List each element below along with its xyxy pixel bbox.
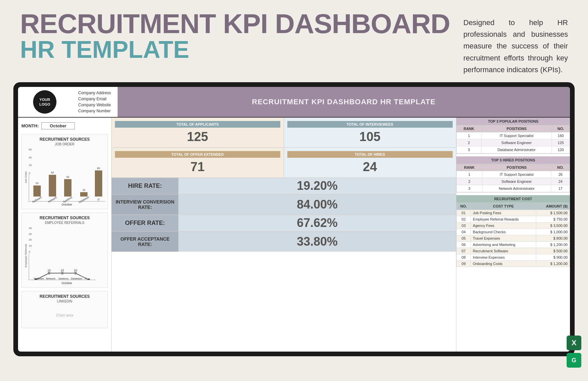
kpi-total-applicants-label: TOTAL OF APPLICANTS [115,121,280,128]
cost-col-type: COST TYPE [471,203,536,210]
col-positions-h: POSITIONS [482,164,551,171]
kpi-total-applicants: TOTAL OF APPLICANTS 125 [112,118,284,147]
svg-point-4 [88,278,90,280]
company-address: Company Address [78,91,111,95]
top-popular-positions: TOP 3 POPULAR POSITIONS RANK POSITIONS N… [456,118,570,154]
chart1-month: October [29,203,105,206]
kpi-total-offer: TOTAL OF OFFER EXTENDED 71 [112,148,284,177]
svg-point-1 [48,272,50,274]
chart2-subtitle: EMPLOYEE REFERRALS [24,221,105,225]
table-row: 06Advertising and Marketing$ 1,200.00 [457,241,570,248]
bar-database-rect [80,192,88,197]
svg-text:Systems: Systems [58,277,68,280]
kpi-interview-rate-row: INTERVIEW CONVERSION RATE: 84.00% [112,195,456,215]
bar-chart-area: 25 Software 50 Network [29,175,105,202]
kpi-total-offer-label: TOTAL OF OFFER EXTENDED [115,151,280,158]
chart-employee-referrals: RECRUITMENT SOURCES EMPLOYEE REFERRALS E… [21,213,108,288]
dashboard-body: MONTH: October RECRUITMENT SOURCES JOB O… [18,118,570,352]
cost-col-amount: AMOUNT ($) [536,203,570,210]
excel-icon[interactable]: X [567,336,581,350]
chart-linkedin: RECRUITMENT SOURCES LINKEDIN Chart area [21,291,108,328]
kpi-total-interviewees-value: 105 [287,130,453,144]
chart3-title: RECRUITMENT SOURCES [24,294,105,299]
table-row: 09Onboarding Costs$ 1,200.00 [457,260,570,267]
month-row: MONTH: October [21,121,108,131]
chart1-inner: Job Order 0 20 40 60 25 [24,148,105,206]
kpi-offer-accept-value: 33.80% [178,232,456,252]
bar-it-rect [95,170,102,197]
svg-text:Software: Software [34,277,44,280]
chart3-placeholder: Chart area [24,305,105,325]
chart1-ylabels: 0 20 40 60 [29,148,104,175]
svg-text:Database: Database [71,277,82,280]
kpi-hire-rate-label: HIRE RATE: [112,178,178,194]
chart1-content: 0 20 40 60 25 Software [29,148,105,206]
svg-point-3 [74,272,77,274]
company-website: Company Website [78,103,111,107]
top-hired-positions: TOP 3 HIRED POSITIONS RANK POSITIONS NO.… [456,156,570,193]
top-popular-header: TOP 3 POPULAR POSITIONS [456,118,570,125]
bar-network-rect [49,175,56,197]
bar-systems-rect [64,179,71,197]
table-row: 08Interview Expenses$ 900.00 [457,254,570,260]
sheets-icon[interactable]: G [567,353,581,368]
month-label: MONTH: [21,123,39,128]
table-row: 3Database Administrator120 [457,146,570,153]
bar-database: 10 Database [78,188,90,201]
chart2-inner: Employee Referrals 0 10 20 30 40 [24,227,105,285]
table-row: 02Employee Referral Rewards$ 750.00 [457,216,570,222]
cost-col-no: NO. [457,203,471,210]
bar-software: 25 Software [32,182,42,201]
bar-systems: 40 Systems [62,175,73,201]
kpi-interview-rate-value: 84.00% [178,195,456,215]
svg-text:IT: IT [85,277,87,280]
device-frame: YOUR LOGO Company Address Company Email … [13,82,575,356]
header-description: Designed to help HR professionals and bu… [463,10,568,76]
company-number: Company Number [78,109,111,113]
kpi-total-interviewees-label: TOTAL OF INTERVIEWEES [287,121,453,128]
kpi-total-hires-value: 24 [287,160,453,174]
svg-text:10: 10 [47,269,51,272]
table-row: 2Software Engineer125 [457,139,570,146]
col-positions: POSITIONS [481,125,552,132]
table-row: 3Network Administrator17 [457,185,570,192]
sub-title: HR TEMPLATE [20,37,450,61]
kpi-row-1: TOTAL OF APPLICANTS 125 TOTAL OF INTERVI… [112,118,456,148]
col-no-h: NO. [551,164,570,171]
kpi-offer-rate-label: OFFER RATE: [112,215,178,231]
bar-it: 60 IT [95,167,102,201]
chart3-subtitle: LINKEDIN [24,299,105,303]
kpi-offer-accept-label: OFFER ACCEPTANCE RATE: [112,232,178,252]
company-info: Company Address Company Email Company We… [71,87,118,117]
middle-column: TOTAL OF APPLICANTS 125 TOTAL OF INTERVI… [112,118,456,352]
top-popular-body: 1IT Support Specialist1602Software Engin… [457,132,570,153]
svg-text:10: 10 [61,269,64,272]
chart2-content: 0 10 20 30 40 [29,227,105,285]
banner-title: RECRUITMENT KPI DASHBOARD HR TEMPLATE [252,98,436,106]
top-hired-thead-row: RANK POSITIONS NO. [457,164,570,171]
table-row: 1IT Support Specialist160 [457,132,570,139]
top-popular-table: RANK POSITIONS NO. 1IT Support Specialis… [456,125,570,153]
chart1-title: RECRUITMENT SOURCES [24,137,105,142]
kpi-total-hires: TOTAL OF HIRES 24 [284,148,456,177]
screen: YOUR LOGO Company Address Company Email … [18,87,570,352]
kpi-offer-rate-value: 67.62% [178,215,456,231]
bar-software-rect [33,185,41,197]
dashboard-title-banner: RECRUITMENT KPI DASHBOARD HR TEMPLATE [118,87,570,117]
chart-job-order: RECRUITMENT SOURCES JOB ORDER Job Order … [21,134,108,209]
month-input[interactable]: October [41,122,75,129]
kpi-total-hires-label: TOTAL OF HIRES [287,151,453,158]
chart2-month: October [29,281,105,285]
chart1-yaxis: Job Order [24,148,27,206]
cost-header: RECRUITMENT COST [456,195,570,203]
col-no: NO. [552,125,570,132]
header-titles: RECRUITMENT KPI DASHBOARD HR TEMPLATE [20,10,450,61]
kpi-row-2: TOTAL OF OFFER EXTENDED 71 TOTAL OF HIRE… [112,148,456,178]
table-row: 01Job Posting Fees$ 1,500.00 [457,210,570,216]
kpi-offer-rate-row: OFFER RATE: 67.62% [112,215,456,232]
table-row: 1IT Support Specialist26 [457,171,570,178]
logo-area: YOUR LOGO [18,87,71,117]
table-row: 07Recruitment Software$ 500.00 [457,248,570,254]
top-hired-header: TOP 3 HIRED POSITIONS [456,156,570,164]
main-title: RECRUITMENT KPI DASHBOARD [20,10,450,37]
